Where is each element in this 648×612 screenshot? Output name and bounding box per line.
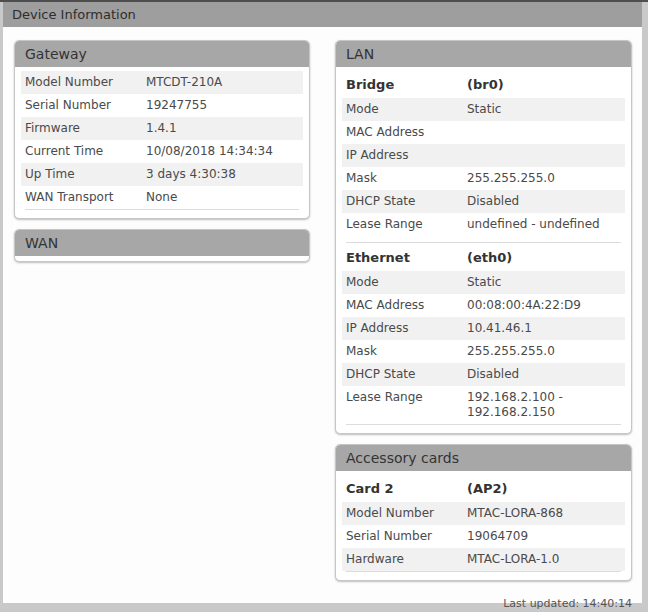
row-label: Mask bbox=[346, 167, 467, 190]
table-row: Hardware MTAC-LORA-1.0 bbox=[342, 548, 625, 571]
row-value: MTCDT-210A bbox=[146, 71, 299, 94]
divider bbox=[346, 424, 621, 425]
row-value: Static bbox=[467, 271, 621, 294]
table-row: Mask 255.255.255.0 bbox=[342, 167, 625, 190]
table-row: MAC Address 00:08:00:4A:22:D9 bbox=[342, 294, 625, 317]
gateway-panel-body: Model Number MTCDT-210A Serial Number 19… bbox=[15, 67, 309, 218]
table-row: IP Address bbox=[342, 144, 625, 167]
wan-panel: WAN bbox=[14, 229, 310, 262]
row-value: 3 days 4:30:38 bbox=[146, 163, 299, 186]
section-header-ethernet: Ethernet (eth0) bbox=[342, 244, 625, 271]
wan-panel-header: WAN bbox=[15, 230, 309, 256]
row-value: None bbox=[146, 186, 299, 209]
row-label: Serial Number bbox=[346, 525, 467, 548]
accessory-cards-panel: Accessory cards Card 2 (AP2) Model Numbe… bbox=[335, 444, 632, 581]
section-interface: (AP2) bbox=[467, 481, 508, 496]
row-label: DHCP State bbox=[346, 190, 467, 213]
row-value: 10/08/2018 14:34:34 bbox=[146, 140, 299, 163]
row-value: MTAC-LORA-1.0 bbox=[467, 548, 621, 571]
panel-columns: Gateway Model Number MTCDT-210A Serial N… bbox=[3, 27, 642, 591]
right-column: LAN Bridge (br0) Mode Static MAC Address bbox=[335, 40, 632, 591]
table-row: Serial Number 19064709 bbox=[342, 525, 625, 548]
divider bbox=[346, 571, 621, 572]
section-interface: (eth0) bbox=[467, 250, 512, 265]
table-row: Mask 255.255.255.0 bbox=[342, 340, 625, 363]
table-row: MAC Address bbox=[342, 121, 625, 144]
row-label: Mask bbox=[346, 340, 467, 363]
lan-panel: LAN Bridge (br0) Mode Static MAC Address bbox=[335, 40, 632, 434]
section-interface: (br0) bbox=[467, 77, 504, 92]
row-value: 1.4.1 bbox=[146, 117, 299, 140]
row-label: Current Time bbox=[25, 140, 146, 163]
table-row: Model Number MTCDT-210A bbox=[21, 71, 303, 94]
last-updated-status: Last updated: 14:40:14 bbox=[3, 591, 642, 610]
table-row: Mode Static bbox=[342, 98, 625, 121]
table-row: DHCP State Disabled bbox=[342, 190, 625, 213]
row-label: MAC Address bbox=[346, 121, 467, 144]
table-row: Mode Static bbox=[342, 271, 625, 294]
row-value: Static bbox=[467, 98, 621, 121]
row-value: 192.168.2.100 - 192.168.2.150 bbox=[467, 386, 621, 424]
row-label: WAN Transport bbox=[25, 186, 146, 209]
row-value: undefined - undefined bbox=[467, 213, 621, 236]
row-label: MAC Address bbox=[346, 294, 467, 317]
row-label: Up Time bbox=[25, 163, 146, 186]
section-name: Card 2 bbox=[346, 481, 467, 496]
section-header-card2: Card 2 (AP2) bbox=[342, 475, 625, 502]
gateway-panel-header: Gateway bbox=[15, 41, 309, 67]
row-value: 19247755 bbox=[146, 94, 299, 117]
table-row: Current Time 10/08/2018 14:34:34 bbox=[21, 140, 303, 163]
section-name: Ethernet bbox=[346, 250, 467, 265]
row-label: Mode bbox=[346, 98, 467, 121]
wan-panel-body bbox=[15, 256, 309, 261]
row-label: Lease Range bbox=[346, 386, 467, 409]
row-value: 00:08:00:4A:22:D9 bbox=[467, 294, 621, 317]
table-row: WAN Transport None bbox=[21, 186, 303, 209]
row-value: 19064709 bbox=[467, 525, 621, 548]
row-value bbox=[467, 144, 621, 152]
row-label: Model Number bbox=[25, 71, 146, 94]
table-row: IP Address 10.41.46.1 bbox=[342, 317, 625, 340]
row-value: 10.41.46.1 bbox=[467, 317, 621, 340]
row-value: 255.255.255.0 bbox=[467, 167, 621, 190]
device-information-page: Device Information Gateway Model Number … bbox=[0, 0, 648, 612]
table-row: Lease Range 192.168.2.100 - 192.168.2.15… bbox=[342, 386, 625, 424]
divider bbox=[25, 209, 299, 210]
lan-panel-body: Bridge (br0) Mode Static MAC Address bbox=[336, 67, 631, 433]
accessory-cards-panel-body: Card 2 (AP2) Model Number MTAC-LORA-868 … bbox=[336, 471, 631, 580]
table-row: Firmware 1.4.1 bbox=[21, 117, 303, 140]
left-column: Gateway Model Number MTCDT-210A Serial N… bbox=[14, 40, 310, 591]
table-row: Lease Range undefined - undefined bbox=[342, 213, 625, 236]
section-name: Bridge bbox=[346, 77, 467, 92]
row-label: Model Number bbox=[346, 502, 467, 525]
row-label: DHCP State bbox=[346, 363, 467, 386]
content-area: Device Information Gateway Model Number … bbox=[3, 2, 642, 603]
lan-panel-header: LAN bbox=[336, 41, 631, 67]
accessory-cards-panel-header: Accessory cards bbox=[336, 445, 631, 471]
page-title: Device Information bbox=[3, 2, 642, 27]
row-label: IP Address bbox=[346, 144, 467, 167]
table-row: Model Number MTAC-LORA-868 bbox=[342, 502, 625, 525]
row-label: Serial Number bbox=[25, 94, 146, 117]
row-value: MTAC-LORA-868 bbox=[467, 502, 621, 525]
row-label: Hardware bbox=[346, 548, 467, 571]
row-label: Firmware bbox=[25, 117, 146, 140]
row-value: Disabled bbox=[467, 190, 621, 213]
row-label: IP Address bbox=[346, 317, 467, 340]
table-row: DHCP State Disabled bbox=[342, 363, 625, 386]
section-header-bridge: Bridge (br0) bbox=[342, 71, 625, 98]
row-value bbox=[467, 121, 621, 129]
row-value: Disabled bbox=[467, 363, 621, 386]
gateway-panel: Gateway Model Number MTCDT-210A Serial N… bbox=[14, 40, 310, 219]
table-row: Serial Number 19247755 bbox=[21, 94, 303, 117]
table-row: Up Time 3 days 4:30:38 bbox=[21, 163, 303, 186]
row-value: 255.255.255.0 bbox=[467, 340, 621, 363]
divider bbox=[346, 242, 621, 243]
row-label: Mode bbox=[346, 271, 467, 294]
row-label: Lease Range bbox=[346, 213, 467, 236]
